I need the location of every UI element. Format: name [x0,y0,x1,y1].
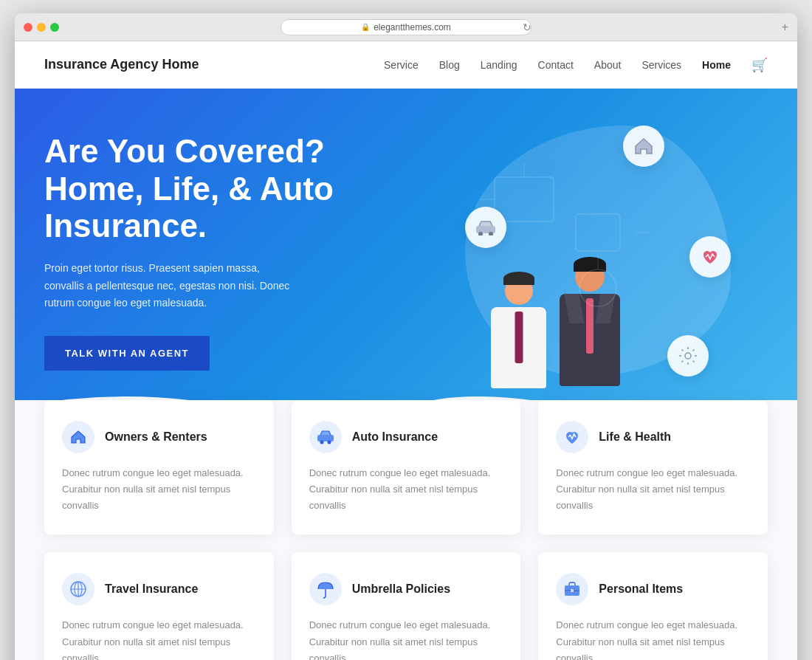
svg-rect-23 [571,589,574,592]
card-header-personal: Personal Items [556,573,750,605]
site-wrapper: Insurance Agency Home Service Blog Landi… [15,41,797,660]
svg-rect-8 [576,214,620,251]
card-header-umbrella: Umbrella Policies [309,573,503,605]
card-umbrella: Umbrella Policies Donec rutrum congue le… [292,552,521,660]
card-title-life: Life & Health [599,430,671,444]
site-nav: Service Blog Landing Contact About Servi… [384,57,768,73]
card-desc-umbrella: Donec rutrum congue leo eget malesuada. … [309,617,503,660]
cards-row-2: Travel Insurance Donec rutrum congue leo… [44,552,768,660]
card-header-travel: Travel Insurance [62,573,256,605]
card-header-owners: Owners & Renters [62,421,256,453]
hero-content: Are You Covered? Home, Life, & Auto Insu… [44,133,406,371]
lock-icon: 🔒 [361,23,370,31]
card-header-life: Life & Health [556,421,750,453]
browser-chrome: 🔒 elegantthemes.com ↻ + [15,13,797,41]
site-header: Insurance Agency Home Service Blog Landi… [15,41,797,89]
card-desc-owners: Donec rutrum congue leo eget malesuada. … [62,465,256,514]
hero-description: Proin eget tortor risus. Praesent sapien… [44,260,295,312]
card-personal: Personal Items Donec rutrum congue leo e… [538,552,768,660]
svg-point-15 [327,441,331,444]
svg-point-14 [320,441,323,444]
cards-section: Owners & Renters Donec rutrum congue leo… [15,400,797,660]
dot-minimize[interactable] [37,23,46,32]
float-heart-icon [689,236,731,278]
card-title-personal: Personal Items [599,582,683,596]
hero-illustration [443,111,753,399]
card-icon-umbrella [309,573,342,605]
card-desc-travel: Donec rutrum congue leo eget malesuada. … [62,617,256,660]
card-title-travel: Travel Insurance [105,582,198,596]
nav-blog[interactable]: Blog [439,59,460,71]
dot-close[interactable] [24,23,32,32]
svg-point-5 [685,353,691,359]
card-icon-life [556,421,588,453]
card-title-owners: Owners & Renters [105,430,207,444]
browser-dots [24,23,59,32]
address-bar[interactable]: 🔒 elegantthemes.com [281,19,531,35]
hero-section: Are You Covered? Home, Life, & Auto Insu… [15,89,797,430]
nav-landing[interactable]: Landing [481,59,517,71]
card-auto-insurance: Auto Insurance Donec rutrum congue leo e… [292,400,521,534]
cart-icon[interactable]: 🛒 [751,57,768,73]
hero-cta-button[interactable]: TALK WITH AN AGENT [44,336,210,371]
card-life-health: Life & Health Donec rutrum congue leo eg… [538,400,768,534]
card-icon-travel [62,573,94,605]
dot-maximize[interactable] [50,23,59,32]
svg-point-9 [579,269,616,306]
nav-home[interactable]: Home [702,59,731,71]
new-tab-icon[interactable]: + [782,21,788,34]
card-icon-owners [62,421,94,453]
card-owners-renters: Owners & Renters Donec rutrum congue leo… [44,400,274,534]
card-title-umbrella: Umbrella Policies [352,582,450,596]
card-desc-auto: Donec rutrum congue leo eget malesuada. … [309,465,503,514]
card-icon-personal [556,573,588,605]
card-desc-life: Donec rutrum congue leo eget malesuada. … [556,465,750,514]
nav-services[interactable]: Services [641,59,681,71]
nav-contact[interactable]: Contact [538,59,574,71]
svg-rect-13 [317,435,334,441]
card-header-auto: Auto Insurance [309,421,503,453]
hero-title: Are You Covered? Home, Life, & Auto Insu… [44,133,406,245]
nav-service[interactable]: Service [384,59,419,71]
svg-rect-6 [495,177,554,221]
card-travel: Travel Insurance Donec rutrum congue leo… [44,552,274,660]
card-icon-auto [309,421,342,453]
cards-row-1: Owners & Renters Donec rutrum congue leo… [44,400,768,534]
card-title-auto: Auto Insurance [352,430,438,444]
nav-about[interactable]: About [594,59,622,71]
browser-window: 🔒 elegantthemes.com ↻ + Insurance Agency… [15,13,797,660]
site-logo: Insurance Agency Home [44,57,384,72]
card-desc-personal: Donec rutrum congue leo eget malesuada. … [556,617,750,660]
refresh-icon[interactable]: ↻ [523,21,531,33]
address-text: elegantthemes.com [374,22,451,32]
